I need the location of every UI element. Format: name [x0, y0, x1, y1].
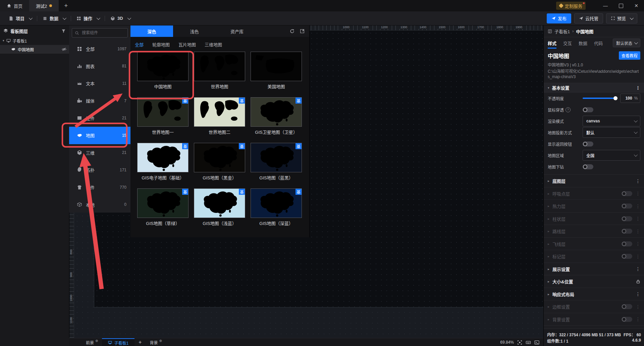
map-item-gis-deep-blue[interactable]: 基 GIS地图（深蓝）	[248, 188, 305, 234]
layer-toggle[interactable]	[622, 191, 632, 196]
opacity-input[interactable]	[623, 96, 633, 101]
map-item-world-2[interactable]: 基 世界地图二	[191, 97, 248, 143]
more-menu-icon[interactable]: ⋮	[636, 191, 640, 196]
section-size-position[interactable]: ▸大小&位置	[544, 275, 644, 288]
menu-3d[interactable]: 3D	[105, 16, 136, 21]
section-breathing-points[interactable]: ▸呼吸点层 ⋮	[544, 187, 644, 200]
close-button[interactable]: ✕	[629, 0, 644, 11]
subtab-outline-maps[interactable]: 轮廓地图	[152, 41, 170, 48]
publish-button[interactable]: 发布	[547, 13, 571, 23]
breadcrumb-board[interactable]: 子看板1	[554, 28, 570, 35]
add-board-button[interactable]: +	[135, 338, 146, 346]
map-region-select[interactable]: 全国	[583, 150, 640, 161]
tree-node-board[interactable]: ▾ 子看板1	[0, 36, 69, 45]
map-thumbnail[interactable]: 基	[251, 188, 302, 218]
more-menu-icon[interactable]: ⋮	[636, 304, 640, 309]
custom-service-button[interactable]: 定制服务	[556, 2, 586, 10]
lock-icon[interactable]	[636, 279, 640, 284]
refresh-icon[interactable]	[290, 29, 294, 34]
map-thumbnail[interactable]	[137, 52, 189, 81]
projection-select[interactable]: 默认	[583, 127, 640, 138]
category-topology[interactable]: 拓扑 171	[69, 161, 130, 179]
eye-off-icon[interactable]	[62, 47, 66, 52]
map-item-gis-grass-green[interactable]: 基 GIS地图（草绿）	[135, 188, 191, 234]
map-item-usa[interactable]: 美国地图	[248, 52, 305, 97]
board-tab[interactable]: 子看板1	[102, 338, 135, 346]
layer-toggle[interactable]	[622, 317, 632, 322]
expand-icon[interactable]	[300, 29, 305, 34]
caret-down-icon[interactable]: ▾	[3, 39, 4, 42]
slider-knob[interactable]	[613, 96, 618, 100]
tutorial-button[interactable]: 查看教程	[619, 51, 640, 60]
tab-code[interactable]: 代码	[594, 37, 603, 49]
layer-toggle[interactable]	[622, 204, 632, 209]
layer-toggle[interactable]	[622, 254, 632, 259]
preview-button[interactable]: 预览	[606, 13, 637, 23]
map-item-gis-black-gold[interactable]: 基 GIS地图（黑金）	[191, 143, 248, 188]
map-item-gis-satellite[interactable]: 基 GIS卫星地图（卫星）	[248, 97, 305, 143]
maximize-button[interactable]	[613, 0, 629, 11]
more-menu-icon[interactable]: ⋮	[636, 229, 640, 234]
map-item-gis-electronic[interactable]: 基 GIS电子地图（基础）	[135, 143, 191, 188]
layer-toggle[interactable]	[622, 241, 632, 246]
basic-settings-header[interactable]: ▾ 基本设置 ⋮	[544, 83, 644, 93]
more-menu-icon[interactable]: ⋮	[636, 266, 640, 272]
tab-document[interactable]: 测试2	[29, 0, 59, 11]
back-button-toggle[interactable]	[583, 141, 593, 147]
map-item-china[interactable]: 中国地图	[135, 52, 191, 97]
category-3d[interactable]: 三维 21	[69, 144, 130, 162]
add-circle-icon[interactable]: ⊕	[95, 339, 98, 343]
section-bar-layer[interactable]: ▸柱状层 ⋮	[544, 212, 644, 225]
menu-operations[interactable]: 操作	[71, 15, 105, 21]
search-input[interactable]	[81, 30, 125, 36]
render-mode-select[interactable]: canvas	[583, 116, 640, 126]
map-item-world-1[interactable]: 基 世界地图一	[135, 97, 191, 143]
subtab-all[interactable]: 全部	[135, 41, 144, 48]
section-background-settings[interactable]: ▸背景设置 ⋮	[544, 313, 644, 326]
subtab-tile-maps[interactable]: 瓦片地图	[178, 41, 196, 48]
more-menu-icon[interactable]: ⋮	[636, 291, 640, 297]
map-item-gis-light-blue[interactable]: 基 GIS地图（浅蓝）	[191, 188, 248, 234]
map-thumbnail[interactable]: 基	[251, 97, 302, 127]
more-menu-icon[interactable]: ⋮	[636, 254, 640, 259]
more-menu-icon[interactable]: ⋮	[636, 85, 640, 91]
layer-toggle[interactable]	[622, 216, 632, 221]
subtab-3d-maps[interactable]: 三维地图	[205, 41, 222, 48]
more-menu-icon[interactable]: ⋮	[636, 216, 640, 221]
fit-screen-icon[interactable]	[517, 340, 522, 345]
tab-interaction[interactable]: 交互	[563, 37, 572, 49]
foreground-button[interactable]: 前景 ⊕	[82, 338, 102, 346]
tab-assets[interactable]: 资产库	[216, 25, 258, 37]
more-menu-icon[interactable]: ⋮	[636, 241, 640, 246]
opacity-slider[interactable]	[583, 98, 617, 99]
tree-node-layer[interactable]: 中国地图	[0, 45, 69, 54]
keyboard-icon[interactable]	[526, 340, 531, 345]
map-thumbnail[interactable]	[251, 52, 302, 81]
map-thumbnail[interactable]: 基	[194, 188, 245, 218]
state-select[interactable]: 默认状态	[613, 39, 640, 47]
tab-home[interactable]: 首页	[0, 0, 29, 11]
category-charts[interactable]: 图表 81	[69, 58, 130, 75]
category-maps[interactable]: 地图 15	[69, 127, 130, 144]
section-border-settings[interactable]: ▸边框设置 ⋮	[544, 300, 644, 313]
section-flyline-layer[interactable]: ▸飞线层 ⋮	[544, 237, 644, 250]
category-all[interactable]: 全部 1097	[69, 40, 130, 58]
section-marker-layer[interactable]: ▸标记层 ⋮	[544, 250, 644, 263]
map-item-world[interactable]: 世界地图	[191, 52, 248, 97]
tab-style[interactable]: 样式	[548, 37, 556, 49]
mouse-through-toggle[interactable]	[583, 107, 593, 112]
map-thumbnail[interactable]: 基	[194, 143, 245, 172]
layer-toggle[interactable]	[622, 304, 632, 309]
section-route-layer[interactable]: ▸路线层 ⋮	[544, 225, 644, 237]
section-base-layer[interactable]: ▸底图层 ⋮	[544, 174, 644, 187]
map-thumbnail[interactable]: 基	[137, 143, 189, 172]
terminal-icon[interactable]	[534, 340, 539, 345]
section-heatmap-layer[interactable]: ▸热力层 ⋮	[544, 199, 644, 212]
map-thumbnail[interactable]: 基	[137, 97, 189, 127]
cloud-hosting-button[interactable]: 云托管	[574, 13, 603, 23]
filter-icon[interactable]	[61, 29, 66, 33]
category-controls[interactable]: 控件 21	[69, 109, 130, 127]
category-media[interactable]: 媒体 7	[69, 92, 130, 110]
minimize-button[interactable]: —	[598, 0, 613, 11]
menu-project[interactable]: 项目	[3, 15, 37, 21]
